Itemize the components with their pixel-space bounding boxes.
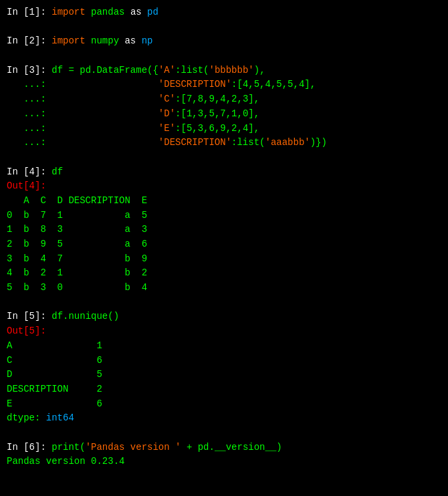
cell-out4-label: Out[4]: bbox=[7, 179, 441, 194]
cell-out5-desc: DESCRIPTION 2 bbox=[7, 382, 441, 397]
cell-out4-header: A C D DESCRIPTION E bbox=[7, 194, 441, 209]
cell-out6: Pandas version 0.23.4 bbox=[7, 455, 441, 469]
cell-in6: In [6]: print('Pandas version ' + pd.__v… bbox=[7, 441, 441, 455]
cell-out4-row2: 2 b 9 5 a 6 bbox=[7, 237, 441, 252]
notebook-container: In [1]: import pandas as pd In [2]: impo… bbox=[7, 5, 441, 496]
cell-out5-C: C 6 bbox=[7, 354, 441, 368]
blank-line bbox=[7, 295, 441, 310]
cell-in3-5: ...: 'E':[5,3,6,9,2,4], bbox=[7, 122, 441, 136]
cell-out4-row5: 5 b 3 0 b 4 bbox=[7, 281, 441, 295]
cell-out4-row0: 0 b 7 1 a 5 bbox=[7, 209, 441, 223]
cell-out5-A: A 1 bbox=[7, 339, 441, 354]
cell-in4: In [4]: df bbox=[7, 165, 441, 180]
blank-line bbox=[7, 20, 441, 35]
blank-line bbox=[7, 426, 441, 441]
cell-in3-4: ...: 'D':[1,3,5,7,1,0], bbox=[7, 107, 441, 122]
cell-in3-6: ...: 'DESCRIPTION':list('aaabbb')}) bbox=[7, 136, 441, 150]
cell-out4-row3: 3 b 4 7 b 9 bbox=[7, 252, 441, 267]
cell-in2: In [2]: import numpy as np bbox=[7, 34, 441, 49]
cell-out5-label: Out[5]: bbox=[7, 324, 441, 339]
cell-in3-1: In [3]: df = pd.DataFrame({'A':list('bbb… bbox=[7, 64, 441, 78]
cell-in5: In [5]: df.nunique() bbox=[7, 309, 441, 324]
cell-out4-row4: 4 b 2 1 b 2 bbox=[7, 266, 441, 281]
blank-line bbox=[7, 150, 441, 165]
cell-out5-dtype: dtype: int64 bbox=[7, 411, 441, 426]
cell-in3-2: ...: 'DESCRIPTION':[4,5,4,5,5,4], bbox=[7, 78, 441, 92]
cell-out5-E: E 6 bbox=[7, 397, 441, 412]
cell-in1: In [1]: import pandas as pd bbox=[7, 5, 441, 20]
cell-in3-3: ...: 'C':[7,8,9,4,2,3], bbox=[7, 92, 441, 107]
blank-line bbox=[7, 49, 441, 64]
cell-out5-D: D 5 bbox=[7, 368, 441, 382]
cell-out4-row1: 1 b 8 3 a 3 bbox=[7, 223, 441, 237]
